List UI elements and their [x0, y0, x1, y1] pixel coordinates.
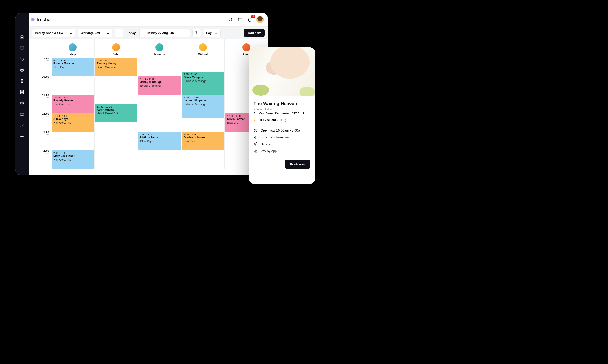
today-button[interactable]: Today [123, 29, 139, 37]
tag-icon[interactable] [19, 56, 25, 62]
appointment-service: Balinese Massage [184, 79, 222, 83]
staff-avatar [199, 43, 207, 51]
staff-column-john[interactable]: John [94, 39, 138, 58]
appointment-client: Jenny Murtaugh [140, 80, 179, 84]
appointment-client: Beverly Brown [54, 99, 92, 103]
appointment-client: Matilda Evans [140, 136, 179, 140]
toolbar: Beauty Shop & SPA ⌄ Working Staff ⌄ Toda… [29, 26, 268, 39]
svg-rect-7 [20, 113, 24, 115]
appointment-client: Kevin Adams [97, 108, 136, 112]
home-icon[interactable] [19, 34, 25, 39]
current-date[interactable]: Tuesday 27 Aug, 2022 [139, 29, 182, 37]
card-subtitle: Waxing Salon [254, 108, 310, 111]
view-label: Day [206, 31, 212, 35]
appointment[interactable]: 9:00 - 10:00Brenda MasseyBlow Dry [52, 58, 94, 76]
appointment-service: Blow Dry [54, 66, 92, 69]
appointment[interactable]: 9:00 - 10:00Zachary KelleyBeard Grooming [95, 58, 138, 76]
staff-name: Miranda [154, 53, 165, 56]
chevron-down-icon: ⌄ [107, 31, 110, 35]
appointment-time: 9:00 - 10:00 [97, 59, 136, 62]
appointment-client: Leanne Simpson [184, 99, 222, 103]
user-avatar[interactable] [256, 16, 264, 23]
appointment[interactable]: 10:00 - 11:00Jenny MurtaughBeard Groomin… [138, 76, 181, 95]
svg-point-13 [254, 143, 256, 145]
card-rating: ★ 5.0 Excellent (100+) [254, 118, 310, 122]
prev-day-button[interactable] [115, 29, 123, 37]
staff-column-miranda[interactable]: Miranda [138, 39, 181, 58]
settings-button[interactable] [193, 29, 201, 37]
date-navigator: Today Tuesday 27 Aug, 2022 [115, 29, 190, 37]
megaphone-icon[interactable] [19, 100, 25, 106]
info-unisex: Unisex [261, 142, 270, 146]
chevron-down-icon: ⌄ [70, 31, 72, 35]
appointment-time: 10:00 - 11:00 [140, 78, 179, 80]
appointment-client: Mary Lee Fisher [54, 154, 92, 158]
appointment[interactable]: 1:00 - 2:00Matilda EvansBlow Dry [138, 132, 181, 150]
appointment[interactable]: 1:00 - 2:00Derrick JohnsonBlow Dry [182, 132, 224, 150]
appointment-time: 9:45 - 11:00 [184, 73, 222, 76]
search-icon[interactable] [227, 16, 234, 23]
gear-icon[interactable] [19, 134, 25, 139]
appointment-time: 12:00 - 1:00 [54, 115, 92, 117]
bell-icon[interactable]: 12 [247, 16, 253, 23]
appointment[interactable]: 2:00 - 3:00Mary Lee FisherHair Colouring [52, 150, 94, 169]
clock-icon [254, 128, 258, 132]
info-instant: Instant confirmation [261, 135, 289, 139]
lightning-icon [254, 135, 258, 139]
svg-rect-15 [255, 151, 257, 152]
staff-header: Mary John Miranda Michael Annie [29, 39, 268, 58]
location-dropdown[interactable]: Beauty Shop & SPA ⌄ [32, 29, 75, 37]
location-label: Beauty Shop & SPA [35, 31, 63, 35]
rating-count: (100+) [277, 118, 286, 122]
appointment[interactable]: 9:45 - 11:00Diana CamposBalinese Massage [182, 72, 224, 95]
svg-point-9 [229, 18, 232, 21]
appointment[interactable]: 11:00 - 12:00Beverly BrownHair Colouring [52, 95, 94, 113]
appointment-service: Hair & Beard Cut [97, 112, 136, 115]
appointment[interactable]: 11:00 - 12:15Leanne SimpsonBalinese Mass… [182, 95, 224, 118]
staff-name: Mary [69, 53, 76, 56]
appointment-client: Brenda Massey [54, 62, 92, 66]
svg-point-4 [22, 69, 23, 70]
card-title: The Waxing Heaven [254, 101, 310, 106]
appointment[interactable]: 11:30 - 12:30Kevin AdamsHair & Beard Cut [95, 104, 138, 122]
add-new-button[interactable]: Add new [244, 29, 265, 37]
view-dropdown[interactable]: Day ⌄ [203, 29, 221, 37]
staff-column-michael[interactable]: Michael [181, 39, 225, 58]
svg-rect-0 [20, 46, 24, 49]
card-icon[interactable] [19, 111, 25, 117]
topbar-actions: 12 [227, 16, 264, 23]
staff-name: John [113, 53, 120, 56]
card-address: 71 West Street, Dorchester, DT7 5UH [254, 112, 310, 115]
appointment-client: Diana Campos [184, 76, 222, 79]
appointment-service: Balinese Massage [184, 103, 222, 106]
appointment-service: Blow Dry [184, 140, 222, 143]
svg-point-11 [196, 32, 197, 33]
chart-icon[interactable] [19, 122, 25, 128]
contact-icon[interactable] [19, 89, 25, 95]
card-info-list: Open now 10:00am - 8:00pm Instant confir… [254, 128, 310, 153]
appointment-service: Hair Colouring [54, 103, 92, 106]
smile-icon[interactable] [19, 67, 25, 73]
marketplace-card: The Waxing Heaven Waxing Salon 71 West S… [249, 47, 315, 184]
topbar: fresha 12 [29, 13, 268, 26]
appointment[interactable]: 12:00 - 1:00Alicia KeysHair Colouring [52, 113, 94, 132]
calendar-grid: 9:00 - 10:00Brenda MasseyBlow Dry11:00 -… [29, 58, 268, 175]
appointment-service: Blow Dry [140, 140, 179, 143]
svg-point-6 [22, 91, 22, 92]
brand[interactable]: fresha [31, 17, 50, 22]
staff-avatar [242, 43, 250, 51]
notification-badge: 12 [250, 15, 255, 18]
svg-point-2 [20, 68, 24, 72]
staff-column-mary[interactable]: Mary [51, 39, 94, 58]
wallet-icon[interactable] [237, 16, 243, 23]
book-now-button[interactable]: Book now [285, 160, 310, 169]
appointment-time: 11:30 - 12:30 [97, 105, 136, 108]
calendar-icon[interactable] [19, 45, 25, 50]
gender-icon [254, 142, 258, 146]
appointment-client: Derrick Johnson [184, 136, 222, 140]
main-window: fresha 12 Beauty Shop & SPA ⌄ Working St… [15, 13, 268, 175]
next-day-button[interactable] [182, 29, 190, 37]
product-icon[interactable] [19, 78, 25, 84]
staff-filter-dropdown[interactable]: Working Staff ⌄ [78, 29, 112, 37]
info-hours: Open now 10:00am - 8:00pm [261, 129, 302, 132]
